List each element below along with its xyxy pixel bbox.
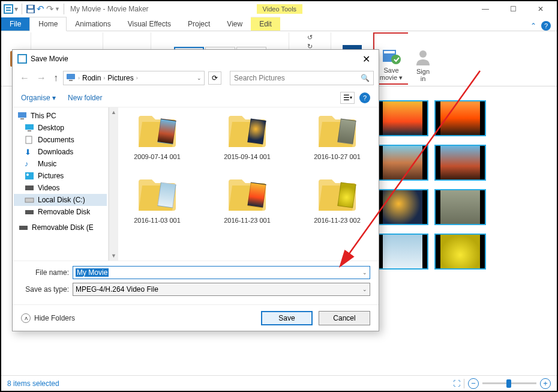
tab-file[interactable]: File	[1, 17, 29, 31]
folder-item[interactable]: 2016-11-03 001	[124, 177, 190, 224]
svg-rect-26	[25, 185, 34, 190]
redo-icon[interactable]: ↷	[45, 4, 55, 14]
rotate-left-icon[interactable]: ↺	[307, 34, 313, 41]
file-name-field[interactable]: My Movie ⌄	[73, 266, 370, 279]
svg-rect-1	[5, 5, 12, 13]
save-button[interactable]: Save	[261, 311, 313, 325]
folder-icon	[226, 177, 268, 213]
nav-documents[interactable]: Documents	[14, 134, 107, 146]
nav-local-disk[interactable]: Local Disk (C:)	[14, 194, 107, 206]
search-input[interactable]	[234, 74, 361, 82]
search-box[interactable]: 🔍	[230, 71, 374, 85]
svg-rect-19	[18, 112, 26, 118]
tab-visual-effects[interactable]: Visual Effects	[119, 17, 179, 31]
chevron-up-icon: ʌ	[21, 313, 31, 323]
svg-rect-5	[28, 10, 34, 13]
timeline	[377, 100, 551, 368]
dialog-close-button[interactable]: ✕	[359, 53, 374, 65]
save-movie-label: Savemovie ▾	[380, 67, 403, 81]
clip-thumb[interactable]	[377, 189, 428, 225]
collapse-ribbon-icon[interactable]: ⌃	[530, 22, 536, 30]
clip-thumb[interactable]	[377, 100, 428, 136]
folder-item[interactable]: 2016-11-23 001	[214, 177, 280, 224]
file-name-value[interactable]: My Movie	[76, 268, 109, 277]
nav-this-pc[interactable]: This PC	[14, 110, 107, 122]
nav-downloads[interactable]: ⬇Downloads	[14, 146, 107, 158]
breadcrumb-part[interactable]: Pictures	[107, 74, 133, 82]
qat-dropdown-icon[interactable]: ▼	[55, 6, 60, 12]
tab-edit[interactable]: Edit	[251, 17, 280, 31]
nav-removable-2[interactable]: Removable Disk (E	[14, 222, 107, 234]
nav-removable-1[interactable]: Removable Disk	[14, 206, 107, 218]
save-icon[interactable]	[26, 4, 35, 14]
save-type-dropdown-icon[interactable]: ⌄	[362, 286, 367, 292]
clip-thumb[interactable]	[377, 234, 428, 270]
sign-in-button[interactable]: Signin	[409, 46, 437, 83]
help-button[interactable]: ?	[359, 92, 370, 103]
undo-icon[interactable]: ↶	[35, 4, 45, 14]
clip-thumb[interactable]	[434, 189, 486, 225]
clip-thumb[interactable]	[434, 100, 486, 136]
folder-item[interactable]: 2009-07-14 001	[124, 113, 190, 160]
folder-item[interactable]: 2015-09-14 001	[214, 113, 280, 160]
nav-back-button[interactable]: ←	[17, 73, 32, 83]
folder-item[interactable]: 2016-11-23 002	[304, 177, 370, 224]
nav-scrollbar[interactable]: ▲▼	[109, 107, 118, 261]
dialog-title: Save Movie	[31, 55, 68, 63]
folder-icon	[316, 177, 358, 213]
folder-label: 2016-10-27 001	[314, 153, 361, 160]
hide-folders-button[interactable]: ʌ Hide Folders	[21, 313, 75, 323]
new-folder-button[interactable]: New folder	[68, 94, 102, 102]
svg-rect-24	[25, 172, 34, 179]
window-title: My Movie - Movie Maker	[70, 5, 149, 13]
tab-project[interactable]: Project	[179, 17, 218, 31]
file-name-dropdown-icon[interactable]: ⌄	[362, 270, 367, 276]
nav-up-button[interactable]: ↑	[51, 73, 61, 83]
clip-thumb[interactable]	[377, 145, 428, 181]
nav-pane: This PC Desktop Documents ⬇Downloads ♪Mu…	[13, 107, 109, 261]
folder-icon	[136, 177, 178, 213]
refresh-button[interactable]: ⟳	[208, 71, 221, 85]
tab-animations[interactable]: Animations	[67, 17, 119, 31]
save-movie-button[interactable]: Savemovie ▾	[375, 45, 407, 82]
dialog-icon	[17, 54, 27, 64]
nav-music[interactable]: ♪Music	[14, 158, 107, 170]
help-icon[interactable]: ?	[541, 21, 551, 31]
folder-icon	[136, 113, 178, 149]
folder-label: 2016-11-23 001	[224, 217, 271, 224]
svg-rect-16	[19, 55, 26, 62]
save-type-value: MPEG-4/H.264 Video File	[76, 285, 158, 294]
clip-thumb[interactable]	[434, 145, 486, 181]
tab-view[interactable]: View	[218, 17, 251, 31]
close-button[interactable]: ✕	[527, 2, 554, 16]
nav-videos[interactable]: Videos	[14, 182, 107, 194]
clip-thumb[interactable]	[434, 234, 486, 270]
minimize-button[interactable]: —	[472, 2, 499, 16]
cancel-button[interactable]: Cancel	[319, 311, 370, 325]
zoom-out-button[interactable]: −	[468, 378, 479, 389]
breadcrumb-dropdown-icon[interactable]: ⌄	[197, 75, 202, 81]
save-type-field[interactable]: MPEG-4/H.264 Video File ⌄	[73, 283, 370, 296]
fit-icon[interactable]: ⛶	[453, 379, 460, 388]
svg-rect-28	[25, 210, 34, 214]
svg-rect-27	[25, 198, 34, 202]
zoom-slider[interactable]	[482, 382, 536, 384]
breadcrumb[interactable]: › Rodin › Pictures › ⌄	[63, 71, 205, 85]
folder-label: 2009-07-14 001	[134, 153, 181, 160]
svg-rect-2	[6, 7, 11, 8]
status-text: 8 items selected	[7, 379, 59, 388]
nav-desktop[interactable]: Desktop	[14, 122, 107, 134]
view-options-button[interactable]: ☰ ▾	[340, 92, 355, 104]
nav-pictures[interactable]: Pictures	[14, 170, 107, 182]
folder-item[interactable]: 2016-10-27 001	[304, 113, 370, 160]
tab-home[interactable]: Home	[29, 17, 67, 31]
organise-menu[interactable]: Organise ▾	[21, 94, 56, 102]
svg-rect-22	[28, 130, 31, 131]
svg-rect-17	[67, 74, 75, 79]
breadcrumb-part[interactable]: Rodin	[82, 74, 101, 82]
zoom-in-button[interactable]: +	[540, 378, 551, 389]
search-icon[interactable]: 🔍	[361, 74, 370, 82]
folder-pane[interactable]: 2009-07-14 001 2015-09-14 001 2016-10-27…	[118, 107, 379, 261]
nav-forward-button[interactable]: →	[34, 73, 49, 83]
maximize-button[interactable]: ☐	[499, 2, 527, 16]
